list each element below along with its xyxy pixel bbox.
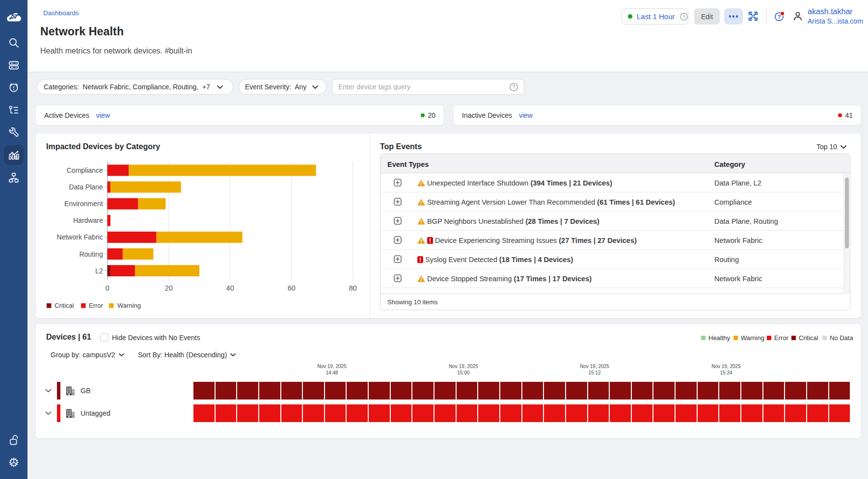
svg-text:Critical: Critical	[54, 302, 74, 309]
svg-text:0: 0	[106, 284, 109, 292]
svg-text:L2: L2	[95, 267, 103, 275]
svg-text:Compliance: Compliance	[67, 166, 103, 174]
svg-text:Error: Error	[89, 302, 104, 309]
svg-text:20: 20	[165, 284, 173, 292]
svg-text:80: 80	[349, 284, 357, 292]
svg-text:Routing: Routing	[79, 250, 103, 258]
svg-text:Hardware: Hardware	[73, 216, 103, 224]
svg-text:Warning: Warning	[117, 302, 141, 309]
svg-text:Data Plane: Data Plane	[69, 183, 103, 191]
svg-text:?: ?	[513, 84, 515, 90]
svg-text:?: ?	[778, 14, 781, 20]
svg-text:40: 40	[226, 284, 234, 292]
svg-text:Network Fabric: Network Fabric	[57, 233, 103, 241]
svg-text:Environment: Environment	[64, 200, 103, 208]
svg-text:60: 60	[288, 284, 296, 292]
